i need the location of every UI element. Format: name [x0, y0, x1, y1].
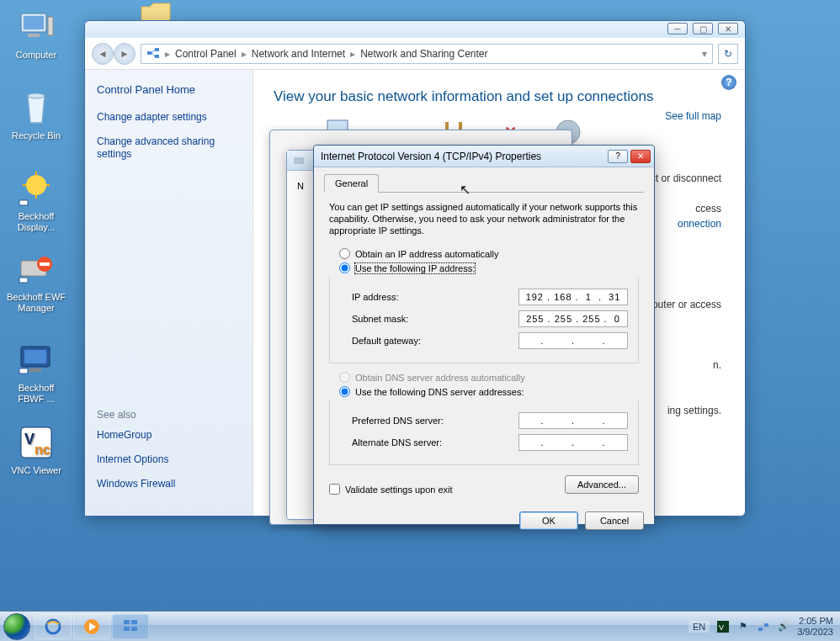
partial-text[interactable]: ect or disconnect: [645, 172, 721, 184]
address-bar[interactable]: ▸ Control Panel ▸ Network and Internet ▸…: [141, 44, 713, 64]
sidebar-link-sharing[interactable]: Change advanced sharing settings: [97, 135, 241, 161]
partial-text: ing settings.: [667, 405, 721, 416]
refresh-button[interactable]: ↻: [718, 44, 738, 64]
taskbar-item-media[interactable]: [73, 614, 110, 639]
display-icon: [16, 168, 56, 209]
radio-input[interactable]: [339, 262, 350, 273]
svg-rect-18: [19, 368, 28, 373]
radio-use-following-ip[interactable]: Use the following IP address:: [339, 262, 639, 273]
svg-rect-23: [155, 48, 159, 51]
desktop-icon-label: Beckhoff Display...: [5, 211, 67, 233]
radio-obtain-ip-auto[interactable]: Obtain an IP address automatically: [339, 248, 639, 259]
svg-rect-31: [294, 157, 304, 164]
tray-volume-icon[interactable]: 🔊: [777, 620, 790, 633]
ip-fields-group: IP address: Subnet mask: Default gateway…: [329, 277, 639, 363]
advanced-button[interactable]: Advanced...: [565, 475, 639, 494]
cancel-button[interactable]: Cancel: [585, 511, 644, 530]
preferred-dns-input[interactable]: [518, 412, 628, 429]
default-gateway-label: Default gateway:: [352, 336, 518, 346]
alternate-dns-label: Alternate DNS server:: [352, 437, 518, 448]
desktop-icon-computer[interactable]: Computer: [5, 7, 67, 61]
desktop-icon-beckhoff-display[interactable]: Beckhoff Display...: [5, 168, 67, 233]
desktop-icon-recyclebin[interactable]: Recycle Bin: [5, 87, 67, 141]
default-gateway-input[interactable]: [518, 332, 628, 349]
svg-rect-1: [24, 16, 44, 29]
svg-rect-24: [155, 55, 159, 58]
taskbar: EN V ⚑ 🔊 2:05 PM 3/9/2023: [0, 611, 840, 641]
svg-point-5: [26, 175, 46, 195]
radio-obtain-dns-auto: Obtain DNS server address automatically: [339, 372, 639, 383]
language-indicator[interactable]: EN: [688, 621, 710, 633]
breadcrumb-item[interactable]: Network and Sharing Center: [360, 48, 487, 60]
breadcrumb-item[interactable]: Control Panel: [175, 48, 237, 60]
tab-general[interactable]: General: [324, 174, 379, 193]
window-titlebar[interactable]: ─ ▢ ✕: [85, 21, 745, 38]
radio-input[interactable]: [339, 386, 350, 397]
sidebar-home[interactable]: Control Panel Home: [97, 83, 241, 96]
taskbar-item-explorer[interactable]: [112, 614, 149, 639]
subnet-mask-input[interactable]: [518, 310, 628, 327]
close-button[interactable]: ✕: [630, 150, 651, 163]
desktop-icon-beckhoff-ewf[interactable]: Beckhoff EWF Manager: [5, 249, 67, 314]
svg-rect-35: [131, 620, 137, 624]
system-tray: EN V ⚑ 🔊 2:05 PM 3/9/2023: [688, 616, 840, 638]
help-button[interactable]: ?: [608, 150, 628, 163]
svg-rect-22: [147, 51, 152, 55]
svg-rect-17: [29, 368, 41, 372]
desktop-icon-label: Beckhoff FBWF ...: [5, 383, 67, 405]
svg-rect-34: [124, 620, 130, 624]
monitor-icon: [16, 340, 56, 380]
svg-rect-13: [40, 262, 50, 266]
sidebar-seealso-firewall[interactable]: Windows Firewall: [97, 478, 241, 490]
alternate-dns-input[interactable]: [518, 434, 628, 451]
minimize-button[interactable]: ─: [667, 23, 688, 34]
close-button[interactable]: ✕: [718, 23, 738, 34]
dialog-description: You can get IP settings assigned automat…: [329, 201, 639, 236]
sidebar: Control Panel Home Change adapter settin…: [85, 70, 253, 516]
see-full-map-link[interactable]: See full map: [665, 110, 721, 122]
desktop-icon-label: Beckhoff EWF Manager: [5, 292, 67, 314]
tray-flag-icon[interactable]: ⚑: [736, 620, 750, 633]
desktop-icon-label: Recycle Bin: [5, 130, 67, 141]
recyclebin-icon: [16, 87, 56, 128]
sidebar-link-adapter[interactable]: Change adapter settings: [97, 111, 241, 124]
desktop-icon-label: Computer: [5, 50, 67, 61]
svg-rect-37: [131, 627, 137, 631]
validate-checkbox-row[interactable]: Validate settings upon exit: [329, 484, 453, 495]
partial-text: ccess: [695, 203, 721, 215]
partial-text: router or access: [649, 299, 721, 310]
breadcrumb-item[interactable]: Network and Internet: [252, 48, 345, 60]
desktop-icon-beckhoff-fbwf[interactable]: Beckhoff FBWF ...: [5, 340, 67, 405]
forward-button[interactable]: ►: [114, 43, 136, 65]
back-button[interactable]: ◄: [92, 43, 114, 65]
maximize-button[interactable]: ▢: [693, 23, 713, 34]
clock[interactable]: 2:05 PM 3/9/2023: [797, 616, 833, 638]
desktop-icon-vncviewer[interactable]: Vnc VNC Viewer: [5, 422, 67, 476]
navigation-bar: ◄ ► ▸ Control Panel ▸ Network and Intern…: [85, 38, 745, 70]
subnet-mask-label: Subnet mask:: [352, 314, 518, 324]
ok-button[interactable]: OK: [519, 511, 578, 530]
taskbar-item-ie[interactable]: [35, 614, 72, 639]
ip-address-label: IP address:: [352, 292, 518, 302]
partial-text: n.: [713, 359, 721, 371]
tray-network-icon[interactable]: [757, 620, 770, 633]
sidebar-seealso-homegroup[interactable]: HomeGroup: [97, 429, 241, 442]
vnc-icon: Vnc: [16, 422, 56, 463]
partial-text[interactable]: onnection: [678, 218, 721, 230]
radio-input[interactable]: [339, 248, 350, 259]
svg-rect-16: [24, 350, 46, 363]
svg-text:nc: nc: [35, 442, 51, 457]
start-button[interactable]: [0, 612, 34, 642]
dialog-title: Internet Protocol Version 4 (TCP/IPv4) P…: [321, 151, 605, 162]
help-icon[interactable]: ?: [721, 75, 736, 90]
svg-text:V: V: [24, 431, 35, 448]
svg-rect-3: [48, 17, 53, 35]
radio-input: [339, 372, 350, 383]
ip-address-input[interactable]: [518, 289, 628, 305]
radio-use-following-dns[interactable]: Use the following DNS server addresses:: [339, 386, 639, 397]
dialog-titlebar[interactable]: Internet Protocol Version 4 (TCP/IPv4) P…: [314, 146, 654, 167]
validate-checkbox[interactable]: [329, 484, 340, 495]
svg-rect-10: [19, 200, 28, 205]
tray-vnc-icon[interactable]: V: [716, 620, 730, 633]
sidebar-seealso-internet[interactable]: Internet Options: [97, 453, 241, 466]
